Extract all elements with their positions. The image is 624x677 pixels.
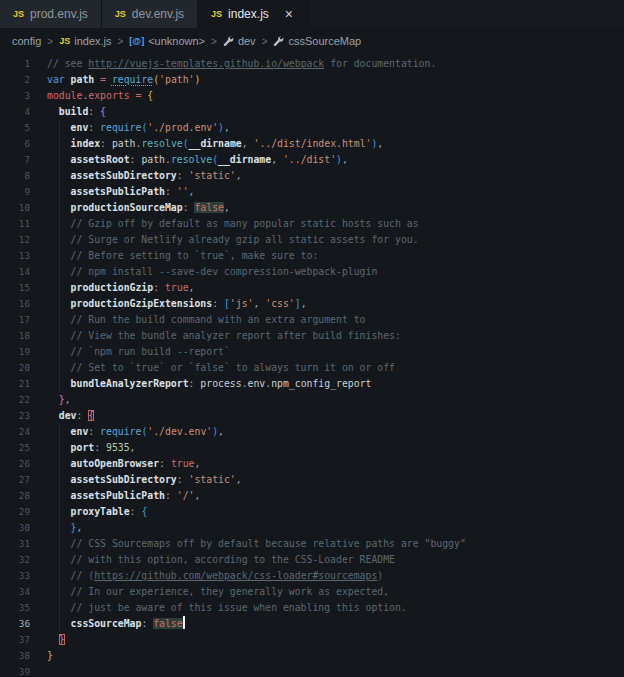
breadcrumb-item-4[interactable]: dev [221,35,258,47]
line-number: 21 [0,376,30,392]
code-line-text: // Run the build command with an extra a… [47,312,624,328]
code-line[interactable]: 24 env: require('./dev.env'), [0,424,624,440]
code-token: '' [177,186,189,197]
code-line[interactable]: 14 // npm install --save-dev compression… [0,264,624,280]
code-line[interactable]: 11 // Gzip off by default as many popula… [0,216,624,232]
code-line[interactable]: 26 autoOpenBrowser: true, [0,456,624,472]
breadcrumb-item-5[interactable]: cssSourceMap [271,35,363,47]
tab-dev.env.js[interactable]: JSdev.env.js [102,0,198,28]
line-number: 27 [0,472,30,488]
breadcrumb-item-2[interactable]: JSindex.js [57,35,113,47]
code-line[interactable]: 25 port: 9535, [0,440,624,456]
code-line[interactable]: 21 bundleAnalyzerReport: process.env.npm… [0,376,624,392]
code-line[interactable]: 13 // Before setting to `true`, make sur… [0,248,624,264]
code-line[interactable]: 4 build: { [0,104,624,120]
code-token: module [47,90,82,101]
code-line[interactable]: 17 // Run the build command with an extr… [0,312,624,328]
code-token: , [194,458,200,469]
tab-index.js[interactable]: JSindex.js× [198,0,309,28]
breadcrumb-label: <unknown> [148,35,205,47]
code-token: '/' [177,490,195,501]
code-token: , [271,154,283,165]
code-line[interactable]: 10 productionSourceMap: false, [0,200,624,216]
code-line[interactable]: 35 // just be aware of this issue when e… [0,600,624,616]
code-line[interactable]: 9 assetsPublicPath: '', [0,184,624,200]
breadcrumb-item-3[interactable]: [@]<unknown> [127,35,207,47]
indent-guide [59,120,60,392]
code-line[interactable]: 36 cssSourceMap: false [0,616,624,632]
code-line[interactable]: 20 // Set to `true` or `false` to always… [0,360,624,376]
code-token: : [183,202,195,213]
code-line[interactable]: 39 [0,664,624,677]
tab-prod.env.js[interactable]: JSprod.env.js [0,0,102,28]
code-line[interactable]: 8 assetsSubDirectory: 'static', [0,168,624,184]
code-token: : [212,298,224,309]
code-line[interactable]: 2var path = require('path') [0,72,624,88]
code-token: require [112,74,153,85]
code-token: // Surge or Netlify already gzip all sta… [71,234,419,245]
code-line[interactable]: 31 // CSS Sourcemaps off by default beca… [0,536,624,552]
code-line[interactable]: 7 assetsRoot: path.resolve(__dirname, '.… [0,152,624,168]
breadcrumb-item-1[interactable]: config [10,35,43,47]
code-token: false [194,202,224,213]
code-line[interactable]: 3module.exports = { [0,88,624,104]
code-line[interactable]: 30 }, [0,520,624,536]
code-line-text: bundleAnalyzerReport: process.env.npm_co… [47,376,624,392]
code-token: : [189,378,201,389]
code-token: require [100,122,141,133]
code-editor[interactable]: 1// see http://vuejs-templates.github.io… [0,54,624,677]
code-line-text: cssSourceMap: false [47,616,624,632]
code-line[interactable]: 27 assetsSubDirectory: 'static', [0,472,624,488]
breadcrumb-label: index.js [74,35,111,47]
code-line-text: // just be aware of this issue when enab… [47,600,624,616]
code-token: : [88,426,100,437]
code-token: // see [47,58,88,69]
code-token: port [71,442,95,453]
code-line-text: // View the bundle analyzer report after… [47,328,624,344]
code-line[interactable]: 15 productionGzip: true, [0,280,624,296]
vscode-window: JSprod.env.jsJSdev.env.jsJSindex.js× con… [0,0,624,677]
code-line[interactable]: 6 index: path.resolve(__dirname, '../dis… [0,136,624,152]
tab-label: dev.env.js [132,7,184,21]
code-token: __dirname [189,138,242,149]
code-line[interactable]: 22 }, [0,392,624,408]
cursor-caret [183,616,185,629]
code-token: './dev.env' [147,426,212,437]
module-symbol-icon: [@] [129,36,144,46]
code-token: // CSS Sourcemaps off by default because… [71,538,466,549]
code-line[interactable]: 5 env: require('./prod.env'), [0,120,624,136]
code-token: index [71,138,101,149]
code-line[interactable]: 32 // with this option, according to the… [0,552,624,568]
code-line[interactable]: 1// see http://vuejs-templates.github.io… [0,56,624,72]
chevron-right-icon: > [47,36,53,47]
line-number: 28 [0,488,30,504]
line-number: 19 [0,344,30,360]
line-number: 6 [0,136,30,152]
code-line[interactable]: 23 dev: { [0,408,624,424]
line-number: 35 [0,600,30,616]
code-line[interactable]: 38} [0,648,624,664]
code-line[interactable]: 33 // (https://github.com/webpack/css-lo… [0,568,624,584]
code-line[interactable]: 12 // Surge or Netlify already gzip all … [0,232,624,248]
wrench-symbol-icon [273,36,284,47]
code-token: assetsRoot [71,154,130,165]
code-token: : [77,410,89,421]
line-number: 10 [0,200,30,216]
code-lines: 1// see http://vuejs-templates.github.io… [0,56,624,677]
code-line[interactable]: 16 productionGzipExtensions: ['js', 'css… [0,296,624,312]
code-token: = [94,74,112,85]
code-line-text: productionGzipExtensions: ['js', 'css'], [47,296,624,312]
code-line[interactable]: 19 // `npm run build --report` [0,344,624,360]
code-line[interactable]: 34 // In our experience, they generally … [0,584,624,600]
line-number: 9 [0,184,30,200]
code-line[interactable]: 18 // View the bundle analyzer report af… [0,328,624,344]
code-token: , [189,282,195,293]
code-line-text: port: 9535, [47,440,624,456]
code-token: dev [59,410,77,421]
close-icon[interactable]: × [283,7,295,21]
code-line-text: } [47,648,624,664]
code-line[interactable]: 28 assetsPublicPath: '/', [0,488,624,504]
code-line[interactable]: 29 proxyTable: { [0,504,624,520]
code-line[interactable]: 37 } [0,632,624,648]
code-token: productionGzip [71,282,154,293]
